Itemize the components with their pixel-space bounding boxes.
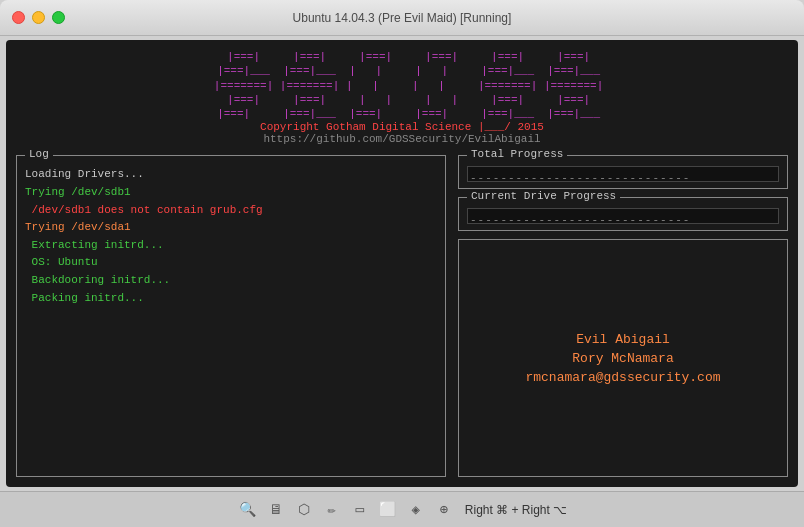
window: Ubuntu 14.04.3 (Pre Evil Maid) [Running]… — [0, 0, 804, 527]
info-panel: Evil Abigail Rory McNamara rmcnamara@gds… — [458, 239, 788, 477]
info-line-1: Evil Abigail — [576, 332, 670, 347]
log-line-5: Extracting initrd... — [25, 237, 437, 255]
log-panel: Log Loading Drivers... Trying /dev/sdb1 … — [16, 155, 446, 477]
url-text: https://github.com/GDSSecurity/EvilAbiga… — [16, 133, 788, 145]
right-panel: Total Progress -------------------------… — [458, 155, 788, 477]
log-line-2: Trying /dev/sdb1 — [25, 184, 437, 202]
header-section: |===| |===| |===| |===| |===| |===| |===… — [16, 50, 788, 145]
toolbar-icon-2[interactable]: 🖥 — [265, 499, 287, 521]
info-line-2: Rory McNamara — [572, 351, 673, 366]
toolbar-icon-5[interactable]: ▭ — [349, 499, 371, 521]
total-progress-panel: Total Progress -------------------------… — [458, 155, 788, 189]
toolbar: 🔍 🖥 ⬡ ✏ ▭ ⬜ ◈ ⊕ Right ⌘ + Right ⌥ — [0, 491, 804, 527]
content-area: |===| |===| |===| |===| |===| |===| |===… — [6, 40, 798, 487]
current-progress-bar: ----------------------------- — [467, 208, 779, 224]
total-progress-label: Total Progress — [467, 148, 567, 160]
toolbar-icon-1[interactable]: 🔍 — [237, 499, 259, 521]
log-line-7: Backdooring initrd... — [25, 272, 437, 290]
toolbar-icon-3[interactable]: ⬡ — [293, 499, 315, 521]
current-progress-label: Current Drive Progress — [467, 190, 620, 202]
toolbar-icon-8[interactable]: ⊕ — [433, 499, 455, 521]
log-line-4: Trying /dev/sda1 — [25, 219, 437, 237]
toolbar-shortcut: Right ⌘ + Right ⌥ — [465, 503, 567, 517]
log-line-6: OS: Ubuntu — [25, 254, 437, 272]
titlebar: Ubuntu 14.04.3 (Pre Evil Maid) [Running] — [0, 0, 804, 36]
current-progress-text: ----------------------------- — [470, 214, 690, 226]
toolbar-icon-4[interactable]: ✏ — [321, 499, 343, 521]
log-line-3: /dev/sdb1 does not contain grub.cfg — [25, 202, 437, 220]
window-controls — [12, 11, 65, 24]
ascii-art: |===| |===| |===| |===| |===| |===| |===… — [16, 50, 788, 121]
minimize-button[interactable] — [32, 11, 45, 24]
close-button[interactable] — [12, 11, 25, 24]
log-line-1: Loading Drivers... — [25, 166, 437, 184]
maximize-button[interactable] — [52, 11, 65, 24]
copyright-text: Copyright Gotham Digital Science |___/ 2… — [16, 121, 788, 133]
total-progress-bar: ----------------------------- — [467, 166, 779, 182]
log-content: Loading Drivers... Trying /dev/sdb1 /dev… — [25, 166, 437, 307]
toolbar-icon-7[interactable]: ◈ — [405, 499, 427, 521]
bottom-section: Log Loading Drivers... Trying /dev/sdb1 … — [16, 155, 788, 477]
log-line-8: Packing initrd... — [25, 290, 437, 308]
log-label: Log — [25, 148, 53, 160]
total-progress-text: ----------------------------- — [470, 172, 690, 184]
window-title: Ubuntu 14.04.3 (Pre Evil Maid) [Running] — [293, 11, 512, 25]
info-line-3: rmcnamara@gdssecurity.com — [525, 370, 720, 385]
current-progress-panel: Current Drive Progress -----------------… — [458, 197, 788, 231]
toolbar-icon-6[interactable]: ⬜ — [377, 499, 399, 521]
